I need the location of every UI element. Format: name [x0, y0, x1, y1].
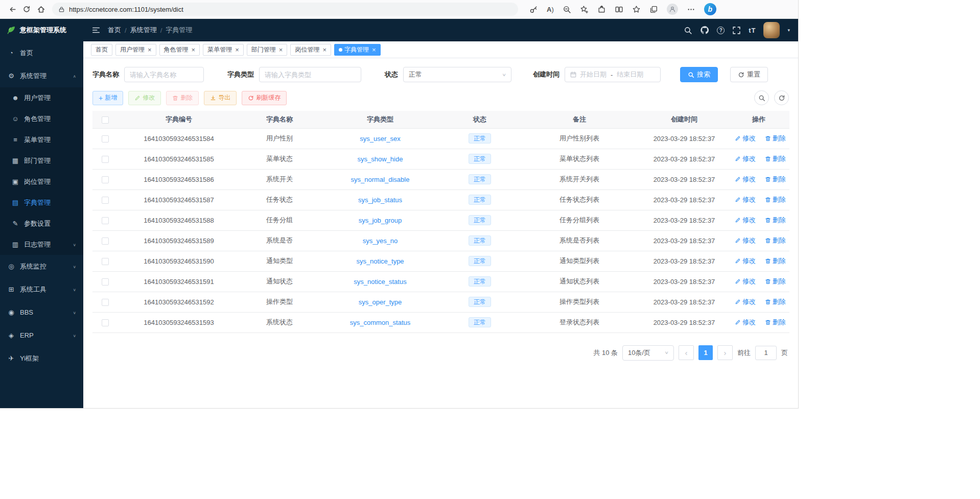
- refresh-cache-button[interactable]: 刷新缓存: [242, 91, 287, 105]
- dict-type-link[interactable]: sys_notice_type: [356, 257, 404, 265]
- add-favorite-icon[interactable]: [580, 5, 589, 14]
- row-edit-link[interactable]: 修改: [735, 256, 756, 266]
- next-page-button[interactable]: ›: [717, 345, 733, 360]
- tab-home[interactable]: 首页: [91, 44, 112, 56]
- row-delete-link[interactable]: 删除: [765, 297, 786, 306]
- dict-type-input[interactable]: [259, 67, 361, 82]
- edit-button[interactable]: 修改: [128, 91, 161, 105]
- reload-button[interactable]: [19, 2, 34, 16]
- sidebar-item-bbs[interactable]: ◉BBS∨: [0, 301, 83, 324]
- dict-name-input[interactable]: [124, 67, 204, 82]
- page-size-select[interactable]: 10条/页 ∨: [622, 345, 674, 361]
- select-all-checkbox[interactable]: [102, 116, 109, 124]
- dict-type-link[interactable]: sys_job_group: [359, 217, 402, 224]
- help-icon[interactable]: ?: [717, 27, 725, 34]
- dict-type-link[interactable]: sys_normal_disable: [351, 176, 410, 183]
- row-checkbox[interactable]: [102, 197, 109, 204]
- breadcrumb-item[interactable]: 首页: [108, 26, 121, 35]
- tab-close-icon[interactable]: ×: [279, 46, 283, 53]
- row-edit-link[interactable]: 修改: [735, 277, 756, 286]
- export-button[interactable]: 导出: [204, 91, 237, 105]
- row-checkbox[interactable]: [102, 217, 109, 224]
- browser-menu-icon[interactable]: [687, 5, 695, 14]
- row-delete-link[interactable]: 删除: [765, 195, 786, 204]
- row-edit-link[interactable]: 修改: [735, 216, 756, 225]
- sidebar-item-dept-management[interactable]: ▦部门管理: [0, 150, 83, 171]
- dict-type-link[interactable]: sys_user_sex: [360, 135, 400, 142]
- sidebar-item-system-tools[interactable]: ⊞系统工具∨: [0, 278, 83, 301]
- prev-page-button[interactable]: ‹: [679, 345, 694, 360]
- row-delete-link[interactable]: 删除: [765, 134, 786, 143]
- dict-type-link[interactable]: sys_common_status: [350, 319, 411, 326]
- zoom-out-icon[interactable]: [563, 5, 571, 14]
- row-checkbox[interactable]: [102, 278, 109, 286]
- collections-icon[interactable]: [649, 5, 658, 14]
- row-checkbox[interactable]: [102, 258, 109, 265]
- row-checkbox[interactable]: [102, 299, 109, 306]
- row-delete-link[interactable]: 删除: [765, 175, 786, 184]
- password-key-icon[interactable]: [529, 5, 538, 14]
- address-bar[interactable]: https://ccnetcore.com:1101/system/dict: [52, 3, 518, 16]
- sidebar-item-log-management[interactable]: ▥日志管理∨: [0, 234, 83, 255]
- row-checkbox[interactable]: [102, 156, 109, 163]
- sidebar-item-menu-management[interactable]: ≡菜单管理: [0, 129, 83, 150]
- sidebar-item-param-settings[interactable]: ✎参数设置: [0, 213, 83, 234]
- sidebar-item-system-management[interactable]: ⚙系统管理∧: [0, 64, 83, 87]
- sidebar-item-dict-management[interactable]: ▤字典管理: [0, 192, 83, 213]
- header-search-icon[interactable]: [684, 26, 692, 35]
- tab-close-icon[interactable]: ×: [148, 46, 152, 53]
- user-avatar[interactable]: [763, 22, 780, 38]
- row-edit-link[interactable]: 修改: [735, 154, 756, 163]
- tab-dept[interactable]: 部门管理×: [247, 44, 288, 56]
- row-checkbox[interactable]: [102, 176, 109, 183]
- tab-menu[interactable]: 菜单管理×: [203, 44, 244, 56]
- row-checkbox[interactable]: [102, 319, 109, 326]
- browser-profile-avatar[interactable]: [667, 4, 678, 15]
- sidebar-item-home[interactable]: ◔首页: [0, 41, 83, 64]
- tab-role[interactable]: 角色管理×: [159, 44, 200, 56]
- tab-close-icon[interactable]: ×: [235, 46, 239, 53]
- row-edit-link[interactable]: 修改: [735, 318, 756, 327]
- tab-close-icon[interactable]: ×: [372, 46, 376, 53]
- github-icon[interactable]: [700, 26, 709, 35]
- favorites-icon[interactable]: [632, 5, 641, 14]
- row-checkbox[interactable]: [102, 237, 109, 245]
- refresh-table-button[interactable]: [774, 90, 789, 105]
- reset-button[interactable]: 重置: [730, 67, 768, 82]
- sidebar-item-post-management[interactable]: ▣岗位管理: [0, 171, 83, 192]
- row-checkbox[interactable]: [102, 135, 109, 142]
- home-button[interactable]: [34, 2, 48, 16]
- row-delete-link[interactable]: 删除: [765, 256, 786, 266]
- row-delete-link[interactable]: 删除: [765, 154, 786, 163]
- row-delete-link[interactable]: 删除: [765, 236, 786, 245]
- row-edit-link[interactable]: 修改: [735, 236, 756, 245]
- add-button[interactable]: + 新增: [92, 91, 123, 105]
- row-edit-link[interactable]: 修改: [735, 297, 756, 306]
- bing-icon[interactable]: b: [704, 3, 716, 15]
- dict-type-link[interactable]: sys_job_status: [358, 196, 402, 204]
- font-size-icon[interactable]: tT: [749, 27, 756, 34]
- split-screen-icon[interactable]: [615, 5, 623, 14]
- status-select[interactable]: 正常 ∨: [403, 67, 511, 82]
- search-button[interactable]: 搜索: [680, 67, 718, 82]
- tab-close-icon[interactable]: ×: [322, 46, 326, 53]
- dict-type-link[interactable]: sys_notice_status: [354, 278, 406, 286]
- dict-type-link[interactable]: sys_show_hide: [358, 155, 403, 163]
- fullscreen-icon[interactable]: [732, 26, 741, 35]
- row-edit-link[interactable]: 修改: [735, 175, 756, 184]
- sidebar-item-erp[interactable]: ◈ERP∨: [0, 324, 83, 347]
- toggle-search-button[interactable]: [754, 90, 769, 105]
- row-edit-link[interactable]: 修改: [735, 134, 756, 143]
- tab-post[interactable]: 岗位管理×: [290, 44, 331, 56]
- row-edit-link[interactable]: 修改: [735, 195, 756, 204]
- row-delete-link[interactable]: 删除: [765, 277, 786, 286]
- row-delete-link[interactable]: 删除: [765, 318, 786, 327]
- goto-page-input[interactable]: [755, 346, 777, 360]
- delete-button[interactable]: 删除: [166, 91, 199, 105]
- row-delete-link[interactable]: 删除: [765, 216, 786, 225]
- sidebar-item-yi-framework[interactable]: ✈Yi框架: [0, 347, 83, 370]
- read-aloud-icon[interactable]: A): [547, 6, 554, 13]
- extensions-icon[interactable]: [597, 5, 606, 14]
- back-button[interactable]: [5, 2, 19, 16]
- dict-type-link[interactable]: sys_oper_type: [359, 298, 402, 306]
